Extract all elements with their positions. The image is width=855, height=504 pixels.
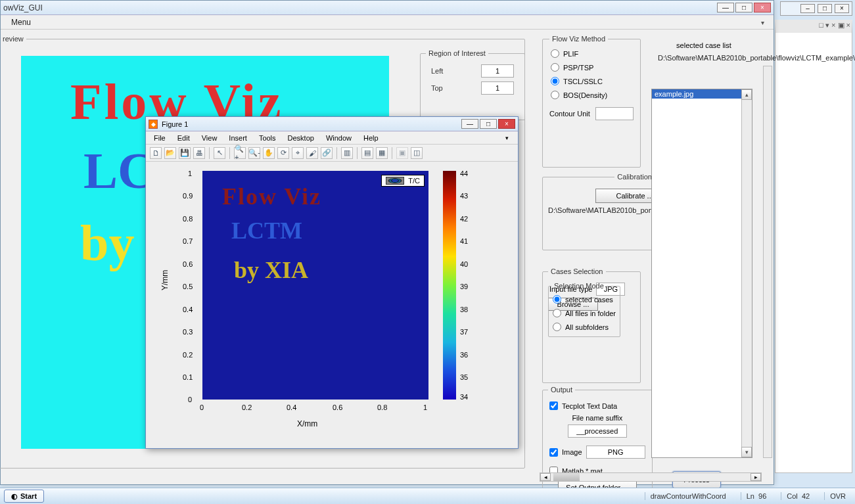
menu-window[interactable]: Window: [321, 133, 357, 143]
colorbar[interactable]: [443, 171, 456, 400]
layout-icon[interactable]: ▦: [376, 147, 388, 159]
scroll-up-icon[interactable]: ▴: [741, 89, 752, 100]
background-editor-strip: □ ▾ × ▣ ×: [775, 20, 852, 473]
start-icon: ◐: [11, 492, 18, 501]
heatmap-axes[interactable]: Flow Viz LCTM by XIA T/C: [202, 171, 428, 400]
roi-legend: Region of Interest: [426, 49, 488, 57]
window-title: owViz_GUI: [3, 3, 43, 12]
close-button[interactable]: ×: [754, 3, 771, 12]
rotate-icon[interactable]: ⟳: [277, 147, 289, 159]
menu-edit[interactable]: Edit: [172, 133, 195, 143]
mode-folder-radio[interactable]: [553, 309, 561, 317]
minimize-button[interactable]: —: [717, 3, 734, 12]
tecplot-checkbox[interactable]: [549, 401, 558, 410]
menu-view[interactable]: View: [196, 133, 223, 143]
ytick: 1: [188, 170, 192, 177]
legend-icon[interactable]: ▤: [361, 147, 373, 159]
method-psp-radio[interactable]: [551, 63, 559, 72]
method-tscl-radio[interactable]: [551, 77, 559, 85]
axes-legend[interactable]: T/C: [381, 175, 425, 187]
start-button[interactable]: ◐ Start: [4, 490, 44, 503]
xtick: 0: [200, 403, 204, 411]
menubar-dropdown-icon[interactable]: ▾: [757, 18, 768, 28]
open-icon[interactable]: 📂: [164, 147, 176, 159]
menu-help[interactable]: Help: [358, 133, 384, 143]
scroll-thumb[interactable]: [553, 473, 580, 481]
contour-unit-input[interactable]: [595, 107, 634, 120]
roi-top-label: Top: [431, 84, 443, 92]
menu-file[interactable]: File: [149, 133, 171, 143]
start-label: Start: [20, 492, 37, 500]
cbtick: 38: [460, 306, 468, 313]
method-bos-radio[interactable]: [551, 91, 559, 99]
zoom-in-icon[interactable]: 🔍+: [234, 147, 246, 159]
caselist-listbox[interactable]: example.jpg ▴ ▾: [651, 89, 752, 458]
background-window-controls: – □ ×: [780, 1, 852, 16]
legend-swatch-icon: [386, 177, 404, 185]
figure-maximize-button[interactable]: □: [480, 119, 497, 129]
cases-panel: Cases Selection Selection Mode selected …: [542, 267, 641, 383]
print-icon[interactable]: 🖶: [193, 147, 205, 159]
caselist-path: D:\Software\MATLAB2010b_portable\flowviz…: [658, 53, 750, 62]
titlebar[interactable]: owViz_GUI — □ ×: [1, 1, 774, 15]
figure-titlebar[interactable]: ◆ Figure 1 — □ ×: [146, 117, 518, 131]
menu-item-menu[interactable]: Menu: [7, 16, 35, 28]
xtick: 0.6: [333, 403, 342, 411]
mode-selected-radio[interactable]: [553, 295, 561, 304]
bg-minimize: –: [800, 4, 815, 13]
hide-plot-tools-icon[interactable]: ▣: [396, 147, 408, 159]
main-horizontal-scrollbar[interactable]: ◂ ▸: [540, 472, 762, 482]
new-figure-icon[interactable]: 🗋: [150, 147, 162, 159]
taskbar[interactable]: ◐ Start drawContourWithCoord Ln 96 Col 4…: [0, 488, 855, 504]
figure-close-button[interactable]: ×: [498, 119, 515, 129]
scroll-down-icon[interactable]: ▾: [741, 447, 752, 457]
data-cursor-icon[interactable]: ⌖: [292, 147, 304, 159]
pointer-icon[interactable]: ↖: [214, 147, 225, 159]
colorbar-icon[interactable]: ▥: [341, 147, 353, 159]
menu-insert[interactable]: Insert: [223, 133, 252, 143]
figure-menubar[interactable]: File Edit View Insert Tools Desktop Wind…: [146, 131, 518, 145]
image-checkbox[interactable]: [549, 448, 558, 457]
main-vertical-scrollbar[interactable]: [763, 66, 772, 458]
bg-close: ×: [835, 4, 849, 13]
list-item[interactable]: example.jpg: [652, 89, 752, 99]
mode-subfolders-radio[interactable]: [553, 323, 561, 331]
figure-toolbar[interactable]: 🗋 📂 💾 🖶 ↖ 🔍+ 🔍- ✋ ⟳ ⌖ 🖌 🔗 ▥ ▤ ▦ ▣ ◫: [146, 145, 518, 162]
mode-selected-label: selected cases: [565, 296, 613, 304]
listbox-scrollbar[interactable]: [741, 89, 752, 457]
suffix-input[interactable]: [568, 424, 627, 438]
scroll-right-icon[interactable]: ▸: [751, 473, 761, 481]
caselist-label: selected case list: [658, 41, 750, 49]
brush-icon[interactable]: 🖌: [306, 147, 318, 159]
figure-menu-drop-icon[interactable]: ▾: [500, 133, 514, 143]
selection-mode-legend: Selection Mode: [551, 282, 607, 290]
maximize-button[interactable]: □: [735, 3, 752, 12]
legend-text: T/C: [408, 177, 420, 185]
scroll-left-icon[interactable]: ◂: [540, 473, 551, 481]
menubar[interactable]: Menu ▾: [1, 15, 774, 30]
status-ovr: OVR: [824, 492, 851, 500]
menu-desktop[interactable]: Desktop: [283, 133, 319, 143]
ytick: 0.7: [183, 237, 193, 245]
figure-minimize-button[interactable]: —: [461, 119, 478, 129]
menu-tools[interactable]: Tools: [254, 133, 281, 143]
selection-mode-panel: Selection Mode selected cases All files …: [548, 282, 620, 337]
cbtick: 42: [460, 215, 468, 223]
cbtick: 43: [460, 192, 468, 200]
link-icon[interactable]: 🔗: [321, 147, 333, 159]
ytick: 0.1: [183, 373, 193, 381]
zoom-out-icon[interactable]: 🔍-: [248, 147, 260, 159]
status-right: drawContourWithCoord Ln 96 Col 42 OVR: [645, 492, 851, 500]
cbtick: 35: [460, 373, 468, 381]
roi-top-input[interactable]: [481, 81, 514, 95]
method-plif-radio[interactable]: [551, 49, 559, 58]
cbtick: 41: [460, 237, 468, 245]
show-plot-tools-icon[interactable]: ◫: [411, 147, 423, 159]
method-plif-label: PLIF: [563, 50, 578, 58]
pan-icon[interactable]: ✋: [263, 147, 275, 159]
roi-left-input[interactable]: [481, 64, 514, 78]
contour-unit-label: Contour Unit: [549, 110, 590, 118]
status-function: drawContourWithCoord: [645, 492, 731, 500]
save-icon[interactable]: 💾: [179, 147, 191, 159]
image-fmt-input[interactable]: [586, 446, 645, 459]
